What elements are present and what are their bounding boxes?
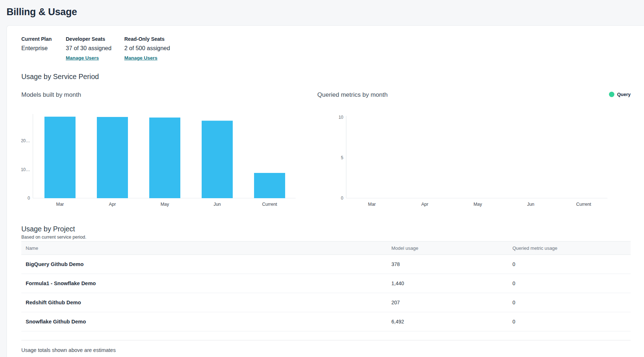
page-title: Billing & Usage [7,6,644,18]
table-header-row: Name Model usage Queried metric usage [21,241,631,255]
billing-card: Current Plan Enterprise Developer Seats … [7,25,644,357]
current-plan-value: Enterprise [21,45,66,52]
bar-mar [44,117,76,198]
query-legend-label: Query [617,92,631,97]
project-name: Redshift Github Demo [21,300,391,305]
table-row: BigQuery Github Demo3780 [21,255,631,274]
model-usage-value: 6,492 [391,319,512,325]
model-usage-value: 207 [391,300,512,305]
project-name: BigQuery Github Demo [21,261,391,267]
x-tick-label: Apr [421,202,428,207]
y-tick-label: 0 [27,196,30,201]
queried-metrics-chart-title: Queried metrics by month [317,91,631,99]
manage-users-link-readonly[interactable]: Manage Users [124,55,158,61]
models-built-chart: Models built by month 010…20…MarAprMayJu… [21,91,317,212]
column-header-name: Name [21,245,391,251]
bar-apr [97,117,128,198]
x-tick-label: May [160,202,169,207]
usage-footnote: Usage totals shown above are estimates [21,347,631,354]
readonly-seats-label: Read-Only Seats [124,36,170,42]
charts-row: Models built by month 010…20…MarAprMayJu… [21,91,631,212]
readonly-seats-column: Read-Only Seats 2 of 500 assigned Manage… [124,36,170,61]
queried-metric-usage-value: 0 [512,300,631,305]
x-tick-label: Jun [214,202,221,207]
current-plan-label: Current Plan [21,36,66,42]
query-series-dot-icon [609,92,614,97]
queried-metrics-chart: Queried metrics by month 0510MarAprMayJu… [317,91,631,212]
usage-by-project-title: Usage by Project [21,225,631,233]
usage-by-project-subtitle: Based on current service period. [21,234,631,240]
x-tick-label: Current [576,202,591,207]
project-name: Formula1 - Snowflake Demo [21,280,391,286]
table-row: Redshift Github Demo2070 [21,293,631,312]
developer-seats-value: 37 of 30 assigned [66,45,124,52]
x-tick-label: Mar [368,202,376,207]
usage-by-service-period-title: Usage by Service Period [21,72,631,81]
model-usage-value: 378 [391,261,512,267]
x-tick-label: May [473,202,482,207]
plan-summary: Current Plan Enterprise Developer Seats … [21,36,631,61]
models-built-chart-title: Models built by month [21,91,317,99]
developer-seats-column: Developer Seats 37 of 30 assigned Manage… [66,36,124,61]
bar-jun [202,121,233,198]
y-tick-label: 10 [339,115,344,120]
bar-current [254,173,285,198]
x-tick-label: Apr [109,202,116,207]
queried-metric-usage-value: 0 [512,280,631,286]
models-built-chart-canvas: 010…20…MarAprMayJunCurrent [21,100,307,212]
table-row: Snowflake Github Demo6,4920 [21,312,631,331]
x-tick-label: Current [262,202,277,207]
table-row: Formula1 - Snowflake Demo1,4400 [21,274,631,293]
queried-metric-usage-value: 0 [512,319,631,325]
readonly-seats-value: 2 of 500 assigned [124,45,170,52]
x-tick-label: Mar [56,202,64,207]
x-tick-label: Jun [527,202,534,207]
usage-by-project-table: Name Model usage Queried metric usage Bi… [21,241,631,331]
project-name: Snowflake Github Demo [21,319,391,325]
y-tick-label: 0 [341,196,343,201]
y-tick-label: 20… [21,138,30,143]
y-tick-label: 10… [21,167,30,172]
divider [21,340,631,340]
page-header: Billing & Usage [0,0,644,25]
queried-metrics-chart-canvas: 0510MarAprMayJunCurrent [317,100,610,212]
developer-seats-label: Developer Seats [66,36,124,42]
bar-may [149,118,180,198]
y-tick-label: 5 [341,155,343,160]
query-legend-item[interactable]: Query [609,92,631,97]
manage-users-link-developer[interactable]: Manage Users [66,55,99,61]
column-header-queried-usage: Queried metric usage [512,245,631,251]
model-usage-value: 1,440 [391,280,512,286]
queried-metric-usage-value: 0 [512,261,631,267]
column-header-model-usage: Model usage [391,245,512,251]
current-plan-column: Current Plan Enterprise [21,36,66,61]
table-body: BigQuery Github Demo3780Formula1 - Snowf… [21,255,631,331]
